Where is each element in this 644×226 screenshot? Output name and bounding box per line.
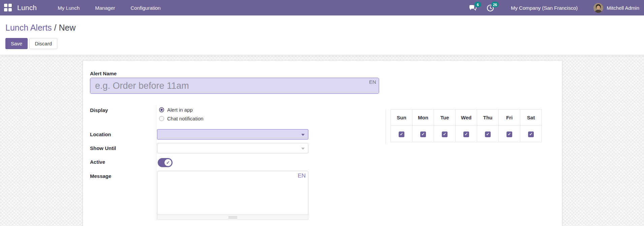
alert-name-lang-tag[interactable]: EN: [369, 79, 376, 85]
day-header-mon: Mon: [412, 110, 434, 126]
content-area: Alert Name EN Display Alert in appChat n…: [0, 55, 644, 226]
message-wrap: EN: [157, 171, 308, 220]
day-checkbox-tue[interactable]: [442, 131, 448, 137]
avatar-image: [593, 3, 603, 13]
display-radio-group: Alert in appChat notification: [157, 105, 309, 123]
discard-button[interactable]: Discard: [29, 38, 57, 49]
days-checkbox-row: [391, 126, 542, 142]
day-checkbox-fri[interactable]: [507, 131, 512, 137]
radio-label: Chat notification: [167, 116, 204, 121]
breadcrumb-separator: /: [52, 23, 59, 32]
message-resize-handle[interactable]: [157, 215, 308, 220]
radio-option-alert-in-app[interactable]: Alert in app: [159, 107, 309, 113]
days-table: SunMonTueWedThuFriSat: [391, 109, 542, 142]
left-field-group: Display Alert in appChat notification Lo…: [90, 105, 312, 220]
company-switcher[interactable]: My Company (San Francisco): [511, 5, 578, 11]
radio-label: Alert in app: [167, 107, 193, 113]
topbar-right: 6 26 My Company (San Francisco) Mitchell…: [468, 3, 644, 13]
breadcrumb-current: New: [59, 23, 75, 32]
menu-item-configuration[interactable]: Configuration: [130, 5, 160, 11]
days-divider: [386, 109, 386, 144]
message-row: Message EN: [90, 171, 312, 220]
messages-icon[interactable]: 6: [468, 3, 477, 12]
show-until-label: Show Until: [90, 143, 156, 157]
resize-grip-icon: [228, 216, 237, 219]
day-checkbox-sun[interactable]: [399, 131, 404, 137]
active-toggle[interactable]: ✓: [158, 158, 173, 167]
active-row: Active ✓: [90, 157, 312, 171]
chevron-down-icon: [301, 134, 305, 136]
display-row: Display Alert in appChat notification: [90, 105, 312, 129]
form-sheet: Alert Name EN Display Alert in appChat n…: [83, 60, 562, 226]
show-until-row: Show Until: [90, 143, 312, 157]
day-checkbox-sat[interactable]: [528, 131, 534, 137]
app-window: Lunch My LunchManagerConfiguration 6 26 …: [0, 0, 644, 226]
chevron-down-icon: [301, 148, 305, 150]
activities-badge: 26: [491, 2, 499, 7]
radio-icon: [159, 116, 164, 121]
breadcrumb: Lunch Alerts / New: [5, 23, 75, 33]
day-checkbox-thu[interactable]: [485, 131, 491, 137]
location-dropdown[interactable]: [157, 129, 308, 140]
topbar-menu: My LunchManagerConfiguration: [58, 5, 160, 11]
day-checkbox-mon[interactable]: [420, 131, 426, 137]
day-header-sat: Sat: [520, 110, 542, 126]
radio-option-chat-notification[interactable]: Chat notification: [159, 116, 309, 121]
day-header-fri: Fri: [499, 110, 520, 126]
topbar: Lunch My LunchManagerConfiguration 6 26 …: [0, 0, 644, 15]
control-panel-buttons: Save Discard: [5, 38, 57, 49]
message-textarea[interactable]: [157, 171, 308, 215]
show-until-dropdown[interactable]: [157, 143, 308, 153]
day-header-sun: Sun: [391, 110, 412, 126]
alert-name-label: Alert Name: [90, 71, 117, 76]
apps-menu-icon[interactable]: [4, 4, 12, 12]
location-label: Location: [90, 129, 156, 143]
days-header-row: SunMonTueWedThuFriSat: [391, 110, 542, 126]
display-label: Display: [90, 105, 156, 129]
breadcrumb-parent[interactable]: Lunch Alerts: [5, 23, 52, 32]
message-label: Message: [90, 171, 156, 220]
activities-icon[interactable]: 26: [486, 3, 495, 12]
alert-name-wrap: EN: [90, 78, 379, 94]
radio-icon: [159, 107, 164, 112]
menu-item-manager[interactable]: Manager: [95, 5, 115, 11]
menu-item-my-lunch[interactable]: My Lunch: [58, 5, 80, 11]
app-brand: Lunch: [17, 4, 37, 12]
alert-name-input[interactable]: [90, 78, 379, 94]
day-header-wed: Wed: [456, 110, 477, 126]
day-checkbox-wed[interactable]: [463, 131, 469, 137]
messages-badge: 6: [474, 2, 481, 7]
location-row: Location: [90, 129, 312, 143]
user-avatar[interactable]: [593, 3, 603, 13]
control-panel: Lunch Alerts / New Save Discard: [0, 15, 644, 55]
toggle-check-icon: ✓: [164, 159, 172, 166]
user-menu[interactable]: Mitchell Admin: [607, 5, 639, 11]
message-lang-tag[interactable]: EN: [298, 173, 306, 179]
day-header-thu: Thu: [477, 110, 499, 126]
day-header-tue: Tue: [434, 110, 456, 126]
save-button[interactable]: Save: [5, 38, 28, 49]
active-label: Active: [90, 157, 156, 171]
